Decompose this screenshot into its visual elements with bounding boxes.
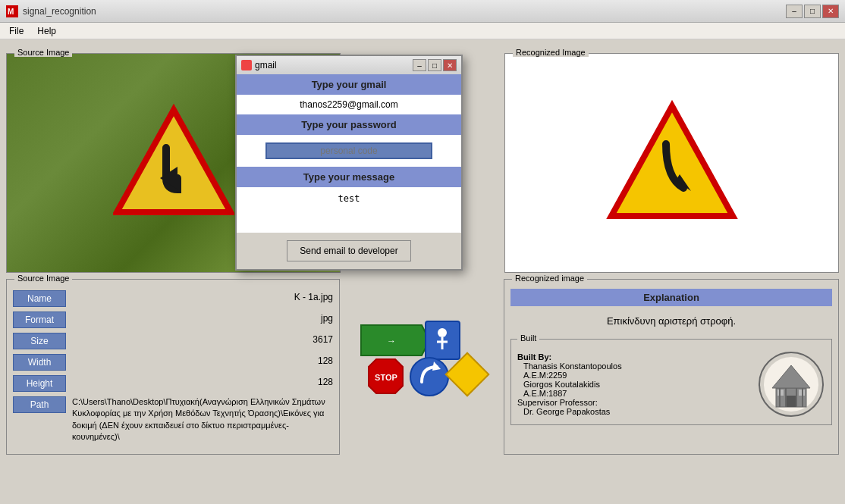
close-button[interactable]: ✕ bbox=[822, 5, 839, 18]
dialog-overlay: gmail – □ ✕ Type your gmail Type your pa… bbox=[0, 39, 845, 504]
dialog-icon bbox=[241, 60, 252, 70]
main-content: Source Image Import image bbox=[0, 39, 845, 504]
password-input-row bbox=[237, 135, 461, 167]
menu-file[interactable]: File bbox=[3, 24, 30, 38]
dialog-title-bar: gmail – □ ✕ bbox=[237, 56, 461, 74]
gmail-input[interactable] bbox=[244, 99, 454, 110]
dialog-title-text: gmail bbox=[255, 60, 277, 70]
gmail-dialog: gmail – □ ✕ Type your gmail Type your pa… bbox=[235, 55, 463, 271]
app-icon: M bbox=[6, 5, 18, 17]
message-header: Type your message bbox=[237, 167, 461, 187]
gmail-input-row bbox=[237, 95, 461, 114]
svg-text:M: M bbox=[8, 8, 14, 16]
message-area: test bbox=[237, 187, 461, 233]
password-header: Type your password bbox=[237, 114, 461, 135]
window-title: signal_recognition bbox=[23, 6, 96, 17]
message-input[interactable]: test bbox=[244, 193, 454, 214]
send-button-row: Send email to developer bbox=[237, 233, 461, 269]
menu-bar: File Help bbox=[0, 23, 845, 39]
send-email-button[interactable]: Send email to developer bbox=[287, 240, 410, 261]
minimize-button[interactable]: – bbox=[786, 5, 803, 18]
dialog-minimize-button[interactable]: – bbox=[413, 59, 426, 71]
title-bar: M signal_recognition – □ ✕ bbox=[0, 0, 845, 23]
menu-help[interactable]: Help bbox=[31, 24, 62, 38]
dialog-maximize-button[interactable]: □ bbox=[428, 59, 441, 71]
maximize-button[interactable]: □ bbox=[804, 5, 821, 18]
dialog-body: Type your gmail Type your password Type … bbox=[237, 74, 461, 269]
gmail-header: Type your gmail bbox=[237, 74, 461, 95]
dialog-close-button[interactable]: ✕ bbox=[443, 59, 457, 71]
password-input[interactable] bbox=[265, 142, 433, 159]
